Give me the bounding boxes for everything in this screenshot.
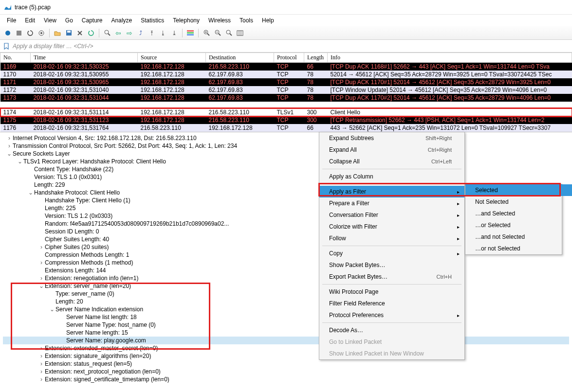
menu-tools[interactable]: Tools: [236, 16, 257, 25]
menu-show-linked-window[interactable]: Show Linked Packet in New Window: [319, 348, 464, 359]
detail-line[interactable]: Server Name length: 15: [3, 329, 569, 337]
submenu-item[interactable]: …and Selected: [465, 208, 572, 219]
menu-edit[interactable]: Edit: [21, 16, 39, 25]
menu-statistics[interactable]: Statistics: [137, 16, 168, 25]
svg-line-6: [108, 34, 110, 36]
submenu-item[interactable]: Selected: [465, 184, 572, 196]
resize-columns-icon[interactable]: [235, 28, 245, 38]
detail-line[interactable]: Version: TLS 1.0 (0x0301): [3, 173, 569, 181]
detail-line[interactable]: ›Internet Protocol Version 4, Src: 192.1…: [3, 134, 569, 142]
go-forward-icon[interactable]: ⇨: [125, 28, 134, 38]
svg-rect-19: [237, 31, 243, 36]
submenu-item[interactable]: …and not Selected: [465, 231, 572, 243]
menu-decode-as[interactable]: Decode As…: [319, 324, 464, 336]
column-header[interactable]: Time: [31, 53, 138, 63]
capture-options-icon[interactable]: [37, 28, 46, 38]
packet-row[interactable]: 11732018-02-16 09:32:31,531044192.168.17…: [0, 94, 572, 102]
context-menu[interactable]: Expand SubtreesShift+RightExpand AllCtrl…: [319, 132, 465, 360]
menu-help[interactable]: Help: [258, 16, 278, 25]
menu-item[interactable]: Expand SubtreesShift+Right: [319, 132, 464, 144]
detail-line[interactable]: ⌄Secure Sockets Layer: [3, 150, 569, 158]
find-packet-icon[interactable]: [102, 28, 112, 38]
first-packet-icon[interactable]: ⭱: [147, 28, 157, 38]
menu-copy[interactable]: Copy: [319, 248, 464, 259]
save-file-icon[interactable]: [64, 28, 74, 38]
colorize-packets-icon[interactable]: [185, 28, 195, 38]
packet-row[interactable]: 11742018-02-16 09:32:31,531114192.168.17…: [0, 108, 572, 116]
stop-capture-icon[interactable]: [14, 28, 24, 38]
zoom-reset-icon[interactable]: [224, 28, 234, 38]
detail-line[interactable]: ›Transmission Control Protocol, Src Port…: [3, 142, 569, 150]
menu-conversation-filter[interactable]: Conversation Filter: [319, 209, 464, 221]
detail-line[interactable]: Server Name: play.google.com: [3, 337, 569, 344]
detail-line[interactable]: Type: server_name (0): [3, 290, 569, 298]
menu-field-reference[interactable]: Filter Field Reference: [319, 298, 464, 309]
detail-line[interactable]: ›Extension: status_request (len=5): [3, 360, 569, 368]
packet-row[interactable]: 11692018-02-16 09:32:31,530325192.168.17…: [0, 63, 572, 71]
menu-apply-as-column[interactable]: Apply as Column: [319, 171, 464, 182]
menu-wireless[interactable]: Wireless: [204, 16, 235, 25]
column-header[interactable]: Info: [328, 53, 572, 63]
display-filter-input[interactable]: [11, 41, 570, 51]
menu-export-packet-bytes[interactable]: Export Packet Bytes…Ctrl+H: [319, 271, 464, 283]
detail-line[interactable]: ›Extension: signature_algorithms (len=20…: [3, 352, 569, 360]
detail-line[interactable]: ⌄Server Name Indication extension: [3, 305, 569, 313]
column-header[interactable]: Length: [304, 53, 328, 63]
apply-as-filter-submenu[interactable]: SelectedNot Selected…and Selected…or Sel…: [465, 184, 562, 255]
submenu-item[interactable]: …or Selected: [465, 219, 572, 231]
menu-colorize-with-filter[interactable]: Colorize with Filter: [319, 221, 464, 232]
zoom-in-icon[interactable]: [202, 28, 211, 38]
filter-bookmark-icon[interactable]: [2, 42, 11, 51]
menu-capture[interactable]: Capture: [78, 16, 107, 25]
packet-row[interactable]: 11752018-02-16 09:32:31,531123192.168.17…: [0, 116, 572, 124]
packet-row[interactable]: 11712018-02-16 09:32:31,530965192.168.17…: [0, 78, 572, 86]
menu-wiki-page[interactable]: Wiki Protocol Page: [319, 286, 464, 298]
submenu-item[interactable]: …or not Selected: [465, 243, 572, 254]
menu-go[interactable]: Go: [61, 16, 77, 25]
detail-line[interactable]: ›Compression Methods (1 method): [3, 259, 569, 267]
column-header[interactable]: Source: [138, 53, 206, 63]
detail-line[interactable]: Content Type: Handshake (22): [3, 165, 569, 173]
open-file-icon[interactable]: [53, 28, 62, 38]
menu-apply-as-filter[interactable]: Apply as Filter: [319, 186, 464, 197]
zoom-out-icon[interactable]: [213, 28, 222, 38]
detail-line[interactable]: ›Extension: renegotiation info (len=1): [3, 274, 569, 282]
detail-line[interactable]: Server Name list length: 18: [3, 313, 569, 321]
reload-icon[interactable]: [86, 28, 96, 38]
detail-line[interactable]: ›Extension: signed_certificate_timestamp…: [3, 375, 569, 383]
close-file-icon[interactable]: [75, 28, 85, 38]
detail-line[interactable]: ›Extension: next_protocol_negotiation (l…: [3, 368, 569, 375]
detail-line[interactable]: Server Name Type: host_name (0): [3, 321, 569, 329]
go-to-packet-icon[interactable]: ⤴: [136, 28, 146, 38]
column-header[interactable]: Protocol: [274, 53, 304, 63]
packet-details-pane[interactable]: ›Internet Protocol Version 4, Src: 192.1…: [0, 132, 572, 392]
column-header[interactable]: No.: [0, 53, 31, 63]
last-packet-icon[interactable]: ⭳: [158, 28, 168, 38]
column-header[interactable]: Destination: [206, 53, 274, 63]
menu-go-linked-packet[interactable]: Go to Linked Packet: [319, 336, 464, 348]
detail-line[interactable]: ⌄Extension: server_name (len=20): [3, 282, 569, 290]
packet-row[interactable]: 11702018-02-16 09:32:31,530955192.168.17…: [0, 71, 572, 78]
submenu-item[interactable]: Not Selected: [465, 196, 572, 208]
menu-protocol-preferences[interactable]: Protocol Preferences: [319, 309, 464, 321]
menu-analyze[interactable]: Analyze: [108, 16, 136, 25]
menu-telephony[interactable]: Telephony: [169, 16, 203, 25]
menu-prepare-filter[interactable]: Prepare a Filter: [319, 197, 464, 209]
go-back-icon[interactable]: ⇦: [113, 28, 123, 38]
menu-show-packet-bytes[interactable]: Show Packet Bytes…: [319, 259, 464, 271]
packet-list-table[interactable]: No.TimeSourceDestinationProtocolLengthIn…: [0, 53, 572, 132]
detail-line[interactable]: Length: 20: [3, 298, 569, 305]
start-capture-icon[interactable]: [3, 28, 13, 38]
menu-view[interactable]: View: [40, 16, 60, 25]
packet-row[interactable]: 11762018-02-16 09:32:31,531764216.58.223…: [0, 124, 572, 132]
menu-file[interactable]: File: [3, 16, 20, 25]
restart-capture-icon[interactable]: [25, 28, 35, 38]
menu-item[interactable]: Collapse AllCtrl+Left: [319, 156, 464, 167]
packet-row[interactable]: 11722018-02-16 09:32:31,531040192.168.17…: [0, 86, 572, 94]
menu-follow[interactable]: Follow: [319, 232, 464, 244]
menu-item[interactable]: Expand AllCtrl+Right: [319, 144, 464, 156]
detail-line[interactable]: ⌄TLSv1 Record Layer: Handshake Protocol:…: [3, 158, 569, 165]
auto-scroll-icon[interactable]: ⤓: [169, 28, 179, 38]
detail-line[interactable]: Extensions Length: 144: [3, 267, 569, 274]
detail-line[interactable]: ›Extension: extended_master_secret (len=…: [3, 344, 569, 352]
